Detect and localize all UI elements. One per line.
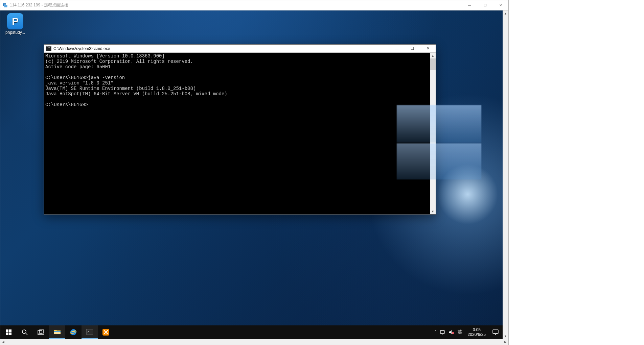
rdc-window-controls: — ☐ ✕	[462, 0, 508, 10]
remote-horizontal-scrollbar[interactable]: ◀ ▶	[0, 339, 508, 345]
svg-rect-12	[54, 331, 61, 332]
scroll-left-arrow-icon[interactable]: ◀	[0, 339, 6, 345]
taskbar-internet-explorer[interactable]	[65, 325, 82, 339]
scroll-up-arrow-icon[interactable]: ▲	[503, 10, 508, 16]
start-button[interactable]	[0, 325, 17, 339]
scroll-up-arrow-icon[interactable]: ▲	[430, 53, 436, 58]
cmd-titlebar[interactable]: C:\Windows\system32\cmd.exe — ☐ ✕	[44, 45, 436, 53]
volume-icon[interactable]	[449, 330, 454, 335]
clock-date: 2020/6/25	[468, 332, 486, 337]
svg-point-6	[22, 330, 26, 334]
tray-overflow-icon[interactable]: ˄	[434, 329, 437, 335]
taskbar-xampp[interactable]	[98, 325, 114, 339]
rdc-maximize-button[interactable]: ☐	[477, 0, 493, 10]
cmd-output[interactable]: Microsoft Windows [Version 10.0.18363.90…	[44, 53, 430, 214]
remote-desktop[interactable]: P phpstudy... C:\Windows\system32\cmd.ex…	[0, 10, 508, 345]
cmd-body: Microsoft Windows [Version 10.0.18363.90…	[44, 53, 436, 214]
cmd-window-controls: — ☐ ✕	[389, 45, 436, 52]
taskbar-spacer	[114, 325, 432, 339]
search-button[interactable]	[17, 325, 33, 339]
taskbar-cmd[interactable]: >_	[82, 325, 98, 339]
svg-rect-18	[440, 330, 444, 334]
scroll-down-arrow-icon[interactable]: ▼	[503, 333, 508, 339]
scroll-down-arrow-icon[interactable]: ▼	[430, 208, 436, 214]
ime-indicator[interactable]: 英	[458, 329, 462, 335]
svg-text:>_: >_	[87, 330, 91, 333]
scroll-track[interactable]	[430, 70, 436, 208]
clock-time: 0:05	[468, 327, 486, 332]
cmd-scrollbar[interactable]: ▲ ▼	[430, 53, 436, 214]
svg-rect-1	[4, 5, 7, 7]
scroll-thumb[interactable]	[430, 58, 436, 70]
rdc-minimize-button[interactable]: —	[462, 0, 477, 10]
rdc-close-button[interactable]: ✕	[493, 0, 508, 10]
cmd-title: C:\Windows\system32\cmd.exe	[53, 46, 389, 51]
svg-rect-3	[9, 329, 12, 332]
scroll-right-arrow-icon[interactable]: ▶	[503, 339, 508, 345]
desktop-icon-phpstudy[interactable]: P phpstudy...	[2, 13, 28, 35]
svg-rect-19	[442, 334, 443, 335]
action-center-button[interactable]	[488, 325, 503, 339]
network-icon[interactable]	[440, 330, 445, 335]
phpstudy-icon: P	[7, 13, 23, 29]
svg-rect-2	[6, 329, 8, 332]
cmd-minimize-button[interactable]: —	[389, 45, 405, 52]
desktop-icon-label: phpstudy...	[5, 30, 25, 35]
cmd-window[interactable]: C:\Windows\system32\cmd.exe — ☐ ✕ Micros…	[44, 44, 436, 215]
system-tray: ˄ 英	[432, 325, 465, 339]
svg-rect-5	[9, 332, 12, 335]
remote-vertical-scrollbar[interactable]: ▲ ▼	[503, 10, 508, 339]
cmd-maximize-button[interactable]: ☐	[405, 45, 420, 52]
taskbar: >_ ˄ 英 0:05 2020/6/25	[0, 325, 503, 339]
svg-rect-23	[493, 330, 498, 334]
rdc-window: 114.116.232.199 - 远程桌面连接 — ☐ ✕ P phpstud…	[0, 0, 509, 345]
cmd-close-button[interactable]: ✕	[420, 45, 436, 52]
cmd-app-icon	[46, 46, 51, 51]
rdc-app-icon	[2, 3, 8, 8]
svg-rect-4	[6, 332, 8, 335]
rdc-titlebar[interactable]: 114.116.232.199 - 远程桌面连接 — ☐ ✕	[0, 0, 508, 10]
svg-line-7	[26, 333, 27, 335]
task-view-button[interactable]	[33, 325, 49, 339]
taskbar-file-explorer[interactable]	[49, 325, 65, 339]
taskbar-clock[interactable]: 0:05 2020/6/25	[465, 325, 488, 339]
rdc-title: 114.116.232.199 - 远程桌面连接	[10, 2, 462, 8]
